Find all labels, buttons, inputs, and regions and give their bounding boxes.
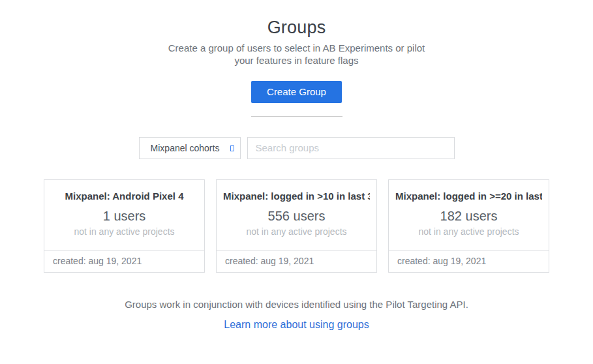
search-groups-input[interactable]: [247, 137, 455, 159]
group-created-date: created: aug 19, 2021: [44, 250, 204, 272]
group-card[interactable]: Mixpanel: Android Pixel 4 1 users not in…: [44, 179, 205, 273]
cohort-source-dropdown-value: Mixpanel cohorts: [151, 143, 229, 153]
page-subtitle: Create a group of users to select in AB …: [166, 42, 427, 67]
group-user-count: 556 users: [223, 209, 370, 224]
group-name: Mixpanel: logged in >=20 in last 30...: [395, 190, 542, 202]
group-status: not in any active projects: [395, 226, 542, 237]
create-button-container: Create Group: [0, 81, 593, 103]
learn-more-link[interactable]: Learn more about using groups: [224, 319, 369, 330]
learn-more-container: Learn more about using groups: [0, 319, 593, 331]
section-divider: [251, 116, 342, 117]
group-card[interactable]: Mixpanel: logged in >10 in last 30 ... 5…: [216, 179, 377, 273]
create-group-button[interactable]: Create Group: [251, 81, 342, 103]
cohort-source-dropdown[interactable]: Mixpanel cohorts: [139, 137, 241, 159]
group-name: Mixpanel: Android Pixel 4: [51, 190, 198, 202]
dropdown-arrow-icon: [230, 145, 234, 151]
page-header: Groups Create a group of users to select…: [0, 0, 593, 67]
page-title: Groups: [0, 18, 593, 38]
group-card[interactable]: Mixpanel: logged in >=20 in last 30... 1…: [388, 179, 549, 273]
group-cards-row: Mixpanel: Android Pixel 4 1 users not in…: [0, 179, 593, 273]
footer-note: Groups work in conjunction with devices …: [0, 299, 593, 310]
group-status: not in any active projects: [51, 226, 198, 237]
group-card-body: Mixpanel: logged in >10 in last 30 ... 5…: [217, 180, 376, 250]
group-user-count: 1 users: [51, 209, 198, 224]
group-card-body: Mixpanel: Android Pixel 4 1 users not in…: [44, 180, 204, 250]
group-status: not in any active projects: [223, 226, 370, 237]
group-card-body: Mixpanel: logged in >=20 in last 30... 1…: [389, 180, 549, 250]
filter-row: Mixpanel cohorts: [0, 137, 593, 159]
group-created-date: created: aug 19, 2021: [217, 250, 376, 272]
groups-page: Groups Create a group of users to select…: [0, 0, 593, 364]
group-created-date: created: aug 19, 2021: [389, 250, 549, 272]
group-user-count: 182 users: [395, 209, 542, 224]
group-name: Mixpanel: logged in >10 in last 30 ...: [223, 190, 370, 202]
